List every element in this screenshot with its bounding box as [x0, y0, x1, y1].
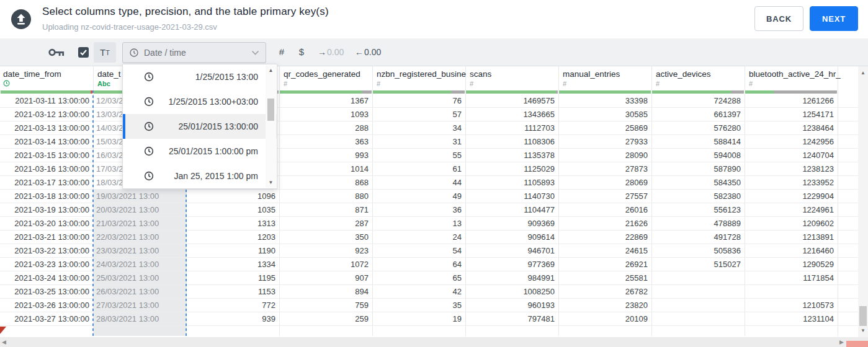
table-cell[interactable]: 350 — [282, 231, 369, 244]
table-cell[interactable]: 25581 — [562, 271, 648, 284]
table-cell[interactable]: 27/03/2021 13:00 — [96, 299, 182, 312]
table-cell[interactable]: 28069 — [562, 176, 648, 189]
table-cell[interactable]: 25/03/2021 13:00 — [96, 271, 182, 284]
table-cell[interactable]: 64 — [375, 258, 462, 271]
table-cell[interactable]: 2021-03-22 13:00:00 — [3, 244, 89, 257]
table-cell[interactable]: 2021-03-25 13:00:00 — [3, 285, 89, 298]
table-cell[interactable]: 1231104 — [748, 312, 834, 325]
table-cell[interactable]: 2021-03-20 13:00:00 — [3, 217, 89, 230]
table-cell[interactable]: 287 — [282, 217, 369, 230]
table-cell[interactable]: 1014 — [282, 162, 369, 175]
table-cell[interactable]: 1224961 — [748, 203, 834, 216]
back-button[interactable]: BACK — [754, 6, 803, 31]
table-cell[interactable]: 491728 — [655, 231, 741, 244]
table-cell[interactable]: 515027 — [655, 258, 741, 271]
table-cell[interactable]: 1290529 — [748, 258, 834, 271]
table-cell[interactable]: 661397 — [655, 108, 741, 121]
text-type-button[interactable]: TT — [94, 42, 116, 63]
table-cell[interactable]: 587890 — [655, 162, 741, 175]
table-cell[interactable]: 1190 — [189, 244, 275, 257]
table-cell[interactable]: 1313 — [189, 217, 275, 230]
table-cell[interactable]: 28/03/2021 13:00 — [96, 312, 182, 325]
table-cell[interactable]: 42 — [375, 285, 462, 298]
integer-type-button[interactable]: # — [275, 46, 288, 57]
table-cell[interactable]: 27933 — [562, 135, 648, 148]
table-cell[interactable]: 2021-03-12 13:00:00 — [3, 108, 89, 121]
table-cell[interactable]: 34 — [375, 121, 462, 134]
table-cell[interactable]: 20109 — [562, 312, 648, 325]
table-cell[interactable]: 909614 — [468, 231, 555, 244]
table-cell[interactable]: 363 — [282, 135, 369, 148]
vertical-scrollbar-thumb[interactable] — [859, 306, 867, 326]
table-cell[interactable]: 57 — [375, 108, 462, 121]
table-cell[interactable]: 19/03/2021 13:00 — [96, 190, 182, 203]
table-cell[interactable]: 1209602 — [748, 217, 834, 230]
table-cell[interactable]: 22/03/2021 13:00 — [96, 231, 182, 244]
next-button[interactable]: NEXT — [810, 6, 858, 31]
table-cell[interactable]: 1112703 — [468, 121, 555, 134]
table-cell[interactable]: 2021-03-14 13:00:00 — [3, 135, 89, 148]
table-cell[interactable]: 556123 — [655, 203, 741, 216]
table-cell[interactable]: 1343665 — [468, 108, 555, 121]
table-cell[interactable]: 1072 — [282, 258, 369, 271]
date-format-option[interactable]: 25/01/2015 1:00:00 pm — [123, 139, 277, 164]
table-cell[interactable]: 584350 — [655, 176, 741, 189]
table-cell[interactable]: 26782 — [562, 285, 648, 298]
table-cell[interactable]: 868 — [282, 176, 369, 189]
table-cell[interactable]: 1135378 — [468, 149, 555, 162]
table-cell[interactable]: 1171854 — [748, 271, 834, 284]
increase-precision-button[interactable]: →0.00 — [318, 47, 344, 57]
table-cell[interactable]: 993 — [282, 149, 369, 162]
decrease-precision-button[interactable]: ←0.00 — [355, 47, 381, 57]
table-cell[interactable]: 1240704 — [748, 149, 834, 162]
table-cell[interactable]: 1108306 — [468, 135, 555, 148]
table-cell[interactable]: 946701 — [468, 244, 555, 257]
table-cell[interactable]: 505836 — [655, 244, 741, 257]
column-header-date_t[interactable]: date_t — [97, 69, 121, 79]
table-cell[interactable]: 2021-03-18 13:00:00 — [3, 190, 89, 203]
scroll-right-arrow-icon[interactable]: ▶ — [839, 339, 844, 345]
column-header-manual_entries[interactable]: manual_entries — [563, 69, 620, 79]
table-cell[interactable]: 259 — [282, 312, 369, 325]
table-cell[interactable]: 24/03/2021 13:00 — [96, 258, 182, 271]
table-cell[interactable]: 31 — [375, 135, 462, 148]
table-cell[interactable]: 21626 — [562, 217, 648, 230]
table-cell[interactable]: 1469575 — [468, 94, 555, 107]
table-cell[interactable]: 582380 — [655, 190, 741, 203]
table-cell[interactable]: 923 — [282, 244, 369, 257]
table-cell[interactable]: 1216460 — [748, 244, 834, 257]
table-cell[interactable]: 1254171 — [748, 108, 834, 121]
table-cell[interactable]: 2021-03-26 13:00:00 — [3, 299, 89, 312]
table-cell[interactable]: 960193 — [468, 299, 555, 312]
table-cell[interactable]: 2021-03-27 13:00:00 — [3, 312, 89, 325]
table-cell[interactable]: 1125029 — [468, 162, 555, 175]
currency-type-button[interactable]: $ — [295, 46, 308, 57]
table-cell[interactable]: 26/03/2021 13:00 — [96, 285, 182, 298]
table-cell[interactable]: 880 — [282, 190, 369, 203]
table-cell[interactable]: 594008 — [655, 149, 741, 162]
table-cell[interactable]: 21/03/2021 13:00 — [96, 217, 182, 230]
table-cell[interactable]: 759 — [282, 299, 369, 312]
table-cell[interactable]: 33398 — [562, 94, 648, 107]
table-cell[interactable]: 1140730 — [468, 190, 555, 203]
scroll-up-arrow-icon[interactable]: ▲ — [266, 68, 276, 73]
table-cell[interactable]: 61 — [375, 162, 462, 175]
table-cell[interactable]: 1195 — [189, 271, 275, 284]
type-select-dropdown[interactable]: Date / time — [122, 42, 266, 63]
scroll-down-arrow-icon[interactable]: ▼ — [266, 180, 276, 185]
table-cell[interactable]: 1242956 — [748, 135, 834, 148]
dropdown-scrollbar-thumb[interactable] — [267, 99, 274, 121]
table-cell[interactable]: 2021-03-11 13:00:00 — [3, 94, 89, 107]
date-format-option[interactable]: Jan 25, 2015 1:00 pm — [123, 164, 277, 188]
table-cell[interactable]: 1203 — [189, 231, 275, 244]
table-cell[interactable]: 2021-03-19 13:00:00 — [3, 203, 89, 216]
table-cell[interactable]: 20/03/2021 13:00 — [96, 203, 182, 216]
table-cell[interactable]: 1093 — [282, 108, 369, 121]
table-cell[interactable]: 909369 — [468, 217, 555, 230]
table-cell[interactable]: 907 — [282, 271, 369, 284]
table-cell[interactable]: 1229904 — [748, 190, 834, 203]
date-format-option[interactable]: 25/01/2015 13:00:00 — [123, 114, 277, 139]
table-cell[interactable]: 2021-03-15 13:00:00 — [3, 149, 89, 162]
table-cell[interactable]: 1153 — [189, 285, 275, 298]
column-header-qr_codes_generated[interactable]: qr_codes_generated — [284, 69, 360, 79]
